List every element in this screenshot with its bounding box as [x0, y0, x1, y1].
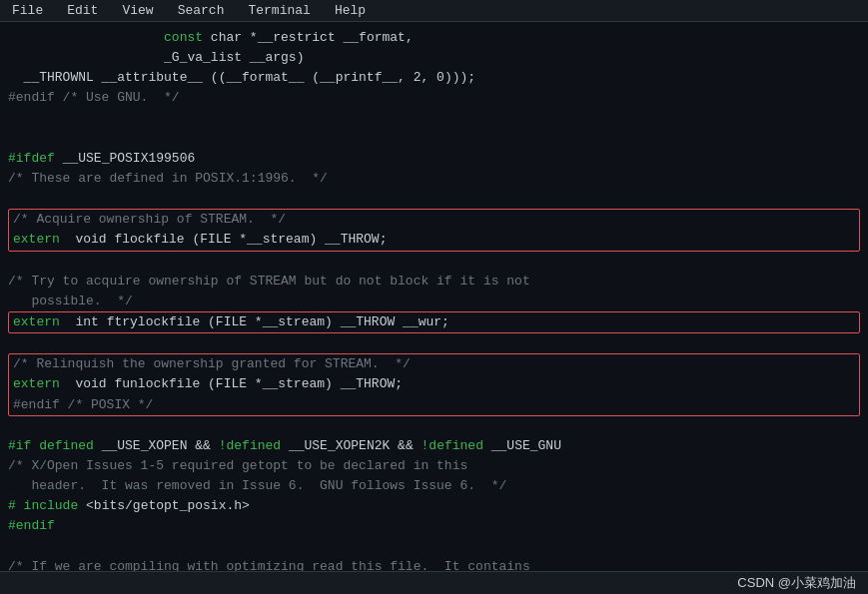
- menu-search[interactable]: Search: [174, 2, 229, 19]
- code-line: extern int ftrylockfile (FILE *__stream)…: [13, 312, 855, 332]
- code-line: [8, 109, 860, 129]
- code-line: [8, 252, 860, 272]
- code-line: #endif: [8, 516, 860, 536]
- menu-help[interactable]: Help: [331, 2, 370, 19]
- code-line: /* X/Open Issues 1-5 required getopt to …: [8, 456, 860, 476]
- code-line: # include <bits/getopt_posix.h>: [8, 496, 860, 516]
- code-line: #ifdef __USE_POSIX199506: [8, 149, 860, 169]
- code-line: /* If we are compiling with optimizing r…: [8, 557, 860, 571]
- code-line: extern void funlockfile (FILE *__stream)…: [13, 374, 855, 394]
- menu-edit[interactable]: Edit: [63, 2, 102, 19]
- red-box-2: extern int ftrylockfile (FILE *__stream)…: [8, 311, 860, 333]
- code-line: [8, 333, 860, 353]
- code-line: [8, 416, 860, 436]
- app-window: File Edit View Search Terminal Help cons…: [0, 0, 868, 594]
- code-line: extern void flockfile (FILE *__stream) _…: [13, 230, 855, 250]
- code-line: [8, 189, 860, 209]
- code-line: const char *__restrict __format,: [8, 28, 860, 48]
- menu-file[interactable]: File: [8, 2, 47, 19]
- code-line: /* These are defined in POSIX.1:1996. */: [8, 169, 860, 189]
- code-line: #if defined __USE_XOPEN && !defined __US…: [8, 436, 860, 456]
- menu-bar: File Edit View Search Terminal Help: [0, 0, 868, 22]
- code-line: _G_va_list __args): [8, 48, 860, 68]
- red-box-3: /* Relinquish the ownership granted for …: [8, 353, 860, 415]
- code-line: header. It was removed in Issue 6. GNU f…: [8, 476, 860, 496]
- red-box-1: /* Acquire ownership of STREAM. */ exter…: [8, 209, 860, 251]
- code-line: __THROWNL __attribute__ ((__format__ (__…: [8, 68, 860, 88]
- code-line: /* Relinquish the ownership granted for …: [13, 354, 855, 374]
- code-line: /* Acquire ownership of STREAM. */: [13, 210, 855, 230]
- code-line: [8, 129, 860, 149]
- code-line: [8, 537, 860, 557]
- code-line: possible. */: [8, 292, 860, 311]
- menu-view[interactable]: View: [118, 2, 157, 19]
- code-line: /* Try to acquire ownership of STREAM bu…: [8, 272, 860, 292]
- watermark-text: CSDN @小菜鸡加油: [737, 574, 856, 592]
- menu-terminal[interactable]: Terminal: [244, 2, 314, 19]
- status-bar: CSDN @小菜鸡加油: [0, 571, 868, 594]
- code-editor: const char *__restrict __format, _G_va_l…: [0, 22, 868, 571]
- code-line: #endif /* POSIX */: [13, 395, 855, 415]
- code-line: #endif /* Use GNU. */: [8, 88, 860, 108]
